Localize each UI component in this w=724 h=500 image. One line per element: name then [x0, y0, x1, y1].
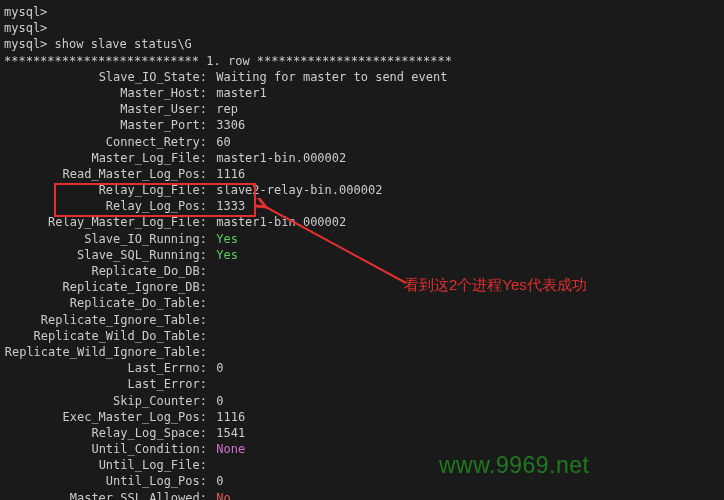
status-row: Master_Host: master1 [4, 85, 724, 101]
field-value: None [209, 441, 245, 457]
status-row: Slave_SQL_Running: Yes [4, 247, 724, 263]
status-row: Relay_Master_Log_File: master1-bin.00000… [4, 214, 724, 230]
status-row: Relay_Log_Pos: 1333 [4, 198, 724, 214]
status-row: Master_Port: 3306 [4, 117, 724, 133]
field-label: Replicate_Ignore_Table: [4, 312, 209, 328]
status-row: Replicate_Wild_Do_Table: [4, 328, 724, 344]
field-label: Master_Log_File: [4, 150, 209, 166]
status-row: Slave_IO_Running: Yes [4, 231, 724, 247]
field-value: Yes [209, 231, 238, 247]
annotation-text: 看到这2个进程Yes代表成功 [404, 275, 587, 295]
prompt-line: mysql> [4, 4, 724, 20]
status-row: Until_Log_File: [4, 457, 724, 473]
field-value [209, 295, 216, 311]
status-row: Read_Master_Log_Pos: 1116 [4, 166, 724, 182]
field-label: Replicate_Do_Table: [4, 295, 209, 311]
status-row: Replicate_Ignore_Table: [4, 312, 724, 328]
watermark: www.9969.net [439, 450, 589, 481]
field-label: Relay_Master_Log_File: [4, 214, 209, 230]
field-value: 1333 [209, 198, 245, 214]
field-value: 60 [209, 134, 231, 150]
field-label: Slave_SQL_Running: [4, 247, 209, 263]
field-label: Slave_IO_Running: [4, 231, 209, 247]
field-label: Until_Log_File: [4, 457, 209, 473]
field-label: Connect_Retry: [4, 134, 209, 150]
field-value: 3306 [209, 117, 245, 133]
field-label: Replicate_Wild_Ignore_Table: [4, 344, 209, 360]
status-row: Slave_IO_State: Waiting for master to se… [4, 69, 724, 85]
field-value: master1 [209, 85, 267, 101]
field-label: Replicate_Wild_Do_Table: [4, 328, 209, 344]
field-label: Last_Errno: [4, 360, 209, 376]
field-value: 1541 [209, 425, 245, 441]
field-value: 0 [209, 393, 223, 409]
field-value [209, 328, 216, 344]
field-value: Yes [209, 247, 238, 263]
status-row: Until_Log_Pos: 0 [4, 473, 724, 489]
status-row: Replicate_Ignore_DB: [4, 279, 724, 295]
status-row: Relay_Log_File: slave2-relay-bin.000002 [4, 182, 724, 198]
terminal-output: mysql>mysql>mysql> show slave status\G**… [4, 4, 724, 500]
field-label: Last_Error: [4, 376, 209, 392]
field-value: master1-bin.000002 [209, 150, 346, 166]
field-value [209, 263, 216, 279]
field-value [209, 279, 216, 295]
status-row: Master_Log_File: master1-bin.000002 [4, 150, 724, 166]
field-label: Master_Port: [4, 117, 209, 133]
status-row: Replicate_Do_DB: [4, 263, 724, 279]
status-row: Until_Condition: None [4, 441, 724, 457]
status-row: Last_Errno: 0 [4, 360, 724, 376]
prompt-line: mysql> [4, 20, 724, 36]
field-label: Replicate_Do_DB: [4, 263, 209, 279]
field-label: Slave_IO_State: [4, 69, 209, 85]
status-row: Last_Error: [4, 376, 724, 392]
status-row: Relay_Log_Space: 1541 [4, 425, 724, 441]
field-value: Waiting for master to send event [209, 69, 447, 85]
status-row: Replicate_Do_Table: [4, 295, 724, 311]
field-label: Relay_Log_Pos: [4, 198, 209, 214]
prompt-line: mysql> show slave status\G [4, 36, 724, 52]
field-value [209, 457, 216, 473]
row-separator: *************************** 1. row *****… [4, 53, 724, 69]
field-value: 0 [209, 360, 223, 376]
field-value [209, 376, 216, 392]
field-value: 1116 [209, 409, 245, 425]
field-label: Master_Host: [4, 85, 209, 101]
status-row: Master_User: rep [4, 101, 724, 117]
field-label: Skip_Counter: [4, 393, 209, 409]
field-value: master1-bin.000002 [209, 214, 346, 230]
field-label: Relay_Log_File: [4, 182, 209, 198]
field-value [209, 344, 216, 360]
field-label: Master_SSL_Allowed: [4, 490, 209, 500]
field-label: Relay_Log_Space: [4, 425, 209, 441]
field-value: 1116 [209, 166, 245, 182]
field-label: Until_Condition: [4, 441, 209, 457]
field-label: Exec_Master_Log_Pos: [4, 409, 209, 425]
field-value: slave2-relay-bin.000002 [209, 182, 382, 198]
status-row: Connect_Retry: 60 [4, 134, 724, 150]
field-value: 0 [209, 473, 223, 489]
field-label: Read_Master_Log_Pos: [4, 166, 209, 182]
status-row: Skip_Counter: 0 [4, 393, 724, 409]
field-value: No [209, 490, 231, 500]
status-row: Exec_Master_Log_Pos: 1116 [4, 409, 724, 425]
status-row: Master_SSL_Allowed: No [4, 490, 724, 500]
field-value: rep [209, 101, 238, 117]
field-label: Until_Log_Pos: [4, 473, 209, 489]
field-label: Replicate_Ignore_DB: [4, 279, 209, 295]
field-value [209, 312, 216, 328]
status-row: Replicate_Wild_Ignore_Table: [4, 344, 724, 360]
field-label: Master_User: [4, 101, 209, 117]
